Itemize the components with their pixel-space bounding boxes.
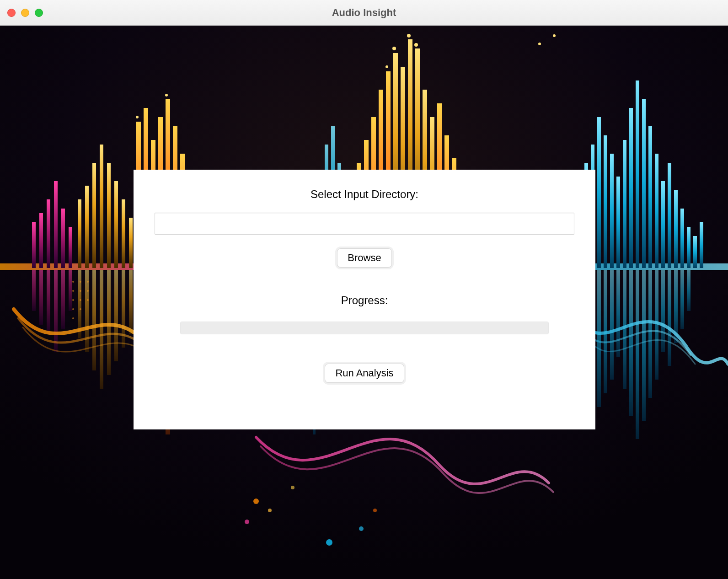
- svg-rect-61: [623, 140, 626, 268]
- svg-point-125: [326, 539, 332, 546]
- svg-point-51: [136, 116, 139, 118]
- svg-rect-3: [32, 222, 36, 268]
- svg-rect-57: [597, 117, 601, 268]
- progress-label: Progress:: [341, 294, 388, 307]
- svg-rect-111: [616, 270, 620, 357]
- svg-point-127: [359, 526, 364, 531]
- svg-rect-82: [92, 270, 96, 370]
- svg-rect-84: [107, 270, 111, 375]
- svg-point-141: [87, 299, 89, 301]
- svg-rect-14: [114, 181, 118, 268]
- svg-rect-77: [54, 270, 58, 352]
- svg-point-47: [414, 43, 418, 47]
- svg-rect-116: [648, 270, 652, 398]
- svg-point-50: [553, 34, 556, 37]
- svg-rect-87: [129, 270, 133, 334]
- svg-rect-119: [668, 270, 671, 366]
- svg-rect-13: [107, 163, 111, 268]
- svg-rect-115: [642, 270, 646, 421]
- svg-point-123: [253, 499, 259, 504]
- svg-rect-74: [32, 270, 36, 311]
- svg-rect-6: [54, 181, 58, 268]
- progress-bar: [180, 322, 549, 334]
- svg-rect-78: [61, 270, 65, 329]
- svg-rect-121: [680, 270, 684, 329]
- svg-point-49: [538, 43, 541, 45]
- svg-rect-12: [100, 145, 103, 268]
- svg-rect-71: [687, 227, 691, 268]
- svg-rect-8: [69, 227, 72, 268]
- svg-rect-108: [597, 270, 601, 407]
- svg-rect-59: [610, 154, 614, 268]
- svg-rect-65: [648, 126, 652, 268]
- svg-rect-68: [668, 163, 671, 268]
- svg-point-131: [72, 290, 74, 292]
- svg-rect-79: [69, 270, 72, 311]
- svg-rect-66: [655, 154, 658, 268]
- fullscreen-icon[interactable]: [35, 9, 43, 17]
- svg-point-52: [165, 94, 168, 96]
- svg-point-126: [245, 520, 249, 524]
- svg-point-129: [373, 509, 377, 512]
- close-icon[interactable]: [7, 9, 16, 17]
- window-title: Audio Insight: [332, 7, 396, 19]
- svg-rect-16: [129, 218, 133, 268]
- svg-rect-113: [629, 270, 633, 416]
- svg-point-135: [80, 281, 81, 283]
- svg-point-139: [87, 281, 89, 283]
- svg-rect-117: [655, 270, 658, 380]
- browse-button[interactable]: Browse: [337, 248, 391, 268]
- svg-rect-85: [114, 270, 118, 361]
- svg-point-140: [87, 290, 89, 292]
- svg-point-130: [72, 281, 74, 283]
- svg-rect-63: [636, 80, 639, 268]
- svg-point-138: [80, 308, 81, 310]
- svg-rect-9: [78, 199, 81, 268]
- svg-point-133: [72, 308, 74, 310]
- svg-rect-4: [39, 213, 43, 268]
- svg-rect-72: [693, 236, 697, 268]
- traffic-lights: [7, 9, 43, 17]
- minimize-icon[interactable]: [21, 9, 29, 17]
- svg-point-134: [72, 317, 74, 319]
- svg-rect-62: [629, 108, 633, 268]
- app-window: Audio Insight: [0, 0, 728, 579]
- svg-rect-70: [680, 209, 684, 268]
- svg-rect-60: [616, 177, 620, 268]
- svg-point-136: [80, 290, 81, 292]
- svg-point-132: [72, 299, 74, 301]
- svg-rect-69: [674, 190, 678, 268]
- svg-point-46: [407, 34, 411, 38]
- directory-input[interactable]: [155, 213, 574, 235]
- svg-rect-122: [687, 270, 691, 311]
- svg-point-124: [268, 509, 272, 512]
- svg-rect-64: [642, 99, 646, 268]
- svg-rect-7: [61, 209, 65, 268]
- svg-rect-11: [92, 163, 96, 268]
- svg-rect-58: [604, 135, 607, 268]
- svg-rect-67: [661, 181, 665, 268]
- svg-rect-10: [85, 186, 89, 268]
- svg-rect-114: [636, 270, 639, 439]
- svg-point-137: [80, 299, 81, 301]
- svg-point-45: [392, 47, 396, 50]
- svg-rect-110: [610, 270, 614, 380]
- svg-rect-75: [39, 270, 43, 325]
- run-analysis-button[interactable]: Run Analysis: [325, 364, 404, 383]
- select-directory-label: Select Input Directory:: [310, 188, 418, 201]
- svg-rect-73: [700, 222, 703, 268]
- svg-rect-15: [122, 199, 125, 268]
- svg-rect-112: [623, 270, 626, 389]
- titlebar: Audio Insight: [0, 0, 728, 26]
- svg-rect-83: [100, 270, 103, 389]
- svg-rect-76: [47, 270, 50, 334]
- svg-point-48: [385, 65, 388, 68]
- svg-rect-5: [47, 199, 50, 268]
- svg-point-128: [291, 486, 294, 489]
- main-panel: Select Input Directory: Browse Progress:…: [134, 170, 595, 429]
- content-area: Select Input Directory: Browse Progress:…: [0, 26, 728, 579]
